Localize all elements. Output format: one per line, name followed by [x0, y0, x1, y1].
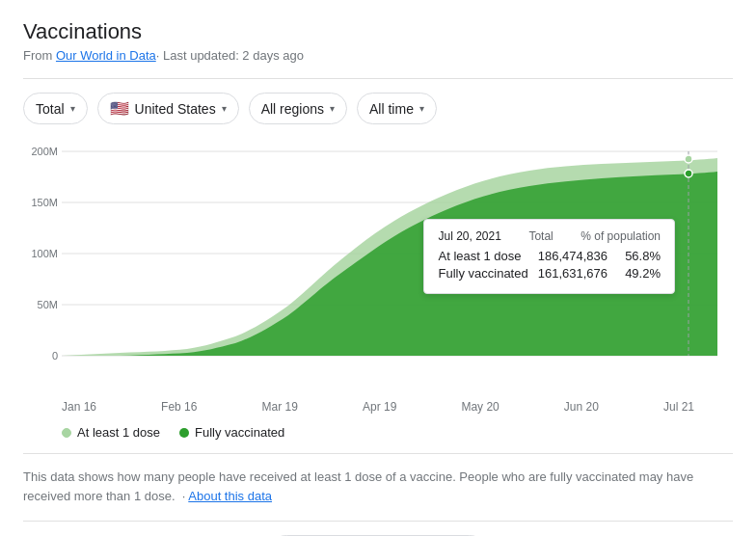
info-text: This data shows how many people have rec… — [23, 468, 733, 505]
info-text-content: This data shows how many people have rec… — [23, 469, 693, 503]
svg-point-11 — [685, 155, 692, 163]
tooltip-label-1: At least 1 dose — [438, 249, 527, 263]
legend-label-1: At least 1 dose — [77, 425, 160, 440]
chevron-down-icon-4: ▾ — [419, 103, 424, 114]
chevron-down-icon: ▾ — [70, 103, 75, 114]
chevron-down-icon-3: ▾ — [330, 103, 335, 114]
source-line: From Our World in Data· Last updated: 2 … — [23, 48, 733, 63]
source-link[interactable]: Our World in Data — [56, 48, 156, 63]
x-label-3: Mar 19 — [262, 400, 298, 414]
legend-item-2: Fully vaccinated — [179, 425, 284, 440]
last-updated: · Last updated: 2 days ago — [156, 48, 304, 63]
svg-text:100M: 100M — [31, 248, 58, 259]
top-divider — [23, 78, 733, 79]
svg-text:50M: 50M — [38, 299, 58, 310]
legend-label-2: Fully vaccinated — [195, 425, 284, 440]
filter-metric-label: Total — [36, 101, 65, 117]
tooltip-pct-1: 56.8% — [617, 249, 661, 263]
x-label-7: Jul 21 — [663, 400, 694, 414]
about-data-link[interactable]: About this data — [188, 489, 272, 503]
legend-dot-2 — [179, 428, 189, 438]
x-label-5: May 20 — [461, 400, 499, 414]
tooltip-header: Jul 20, 2021 Total % of population — [438, 229, 661, 243]
chart-tooltip: Jul 20, 2021 Total % of population At le… — [423, 219, 675, 294]
legend-item-1: At least 1 dose — [62, 425, 160, 440]
source-prefix: From — [23, 48, 56, 63]
x-label-6: Jun 20 — [564, 400, 599, 414]
chart-container: 200M 150M 100M 50M 0 Jul 20, 2021 Total … — [23, 142, 733, 392]
svg-point-12 — [685, 170, 692, 177]
x-axis: Jan 16 Feb 16 Mar 19 Apr 19 May 20 Jun 2… — [23, 400, 733, 414]
tooltip-col-total: Total — [528, 229, 553, 243]
svg-text:150M: 150M — [31, 197, 58, 208]
tooltip-label-2: Fully vaccinated — [438, 266, 527, 281]
tooltip-col-pct: % of population — [580, 229, 661, 243]
chevron-down-icon-2: ▾ — [222, 103, 227, 114]
svg-text:0: 0 — [52, 350, 58, 362]
tooltip-row-2: Fully vaccinated 161,631,676 49.2% — [438, 266, 661, 281]
page-title: Vaccinations — [23, 19, 733, 44]
filter-region-label: All regions — [261, 101, 324, 117]
tooltip-row-1: At least 1 dose 186,474,836 56.8% — [438, 249, 661, 263]
filter-country[interactable]: 🇺🇸 United States ▾ — [97, 93, 239, 124]
flag-icon: 🇺🇸 — [110, 99, 129, 118]
x-label-2: Feb 16 — [161, 400, 197, 414]
svg-text:200M: 200M — [31, 146, 58, 157]
filter-time-label: All time — [369, 101, 414, 117]
tooltip-value-2: 161,631,676 — [538, 266, 608, 281]
legend-dot-1 — [62, 428, 71, 438]
x-label-4: Apr 19 — [363, 400, 396, 414]
filter-country-label: United States — [135, 101, 216, 117]
tooltip-value-1: 186,474,836 — [538, 249, 608, 263]
filter-bar: Total ▾ 🇺🇸 United States ▾ All regions ▾… — [23, 93, 733, 124]
bottom-section: → More vaccine statistics — [23, 521, 733, 536]
x-label-1: Jan 16 — [62, 400, 96, 414]
filter-region[interactable]: All regions ▾ — [249, 93, 347, 124]
tooltip-date: Jul 20, 2021 — [438, 229, 500, 243]
tooltip-pct-2: 49.2% — [617, 266, 661, 281]
chart-legend: At least 1 dose Fully vaccinated — [23, 425, 733, 440]
filter-metric[interactable]: Total ▾ — [23, 93, 88, 124]
filter-time[interactable]: All time ▾ — [357, 93, 437, 124]
mid-divider — [23, 453, 733, 454]
